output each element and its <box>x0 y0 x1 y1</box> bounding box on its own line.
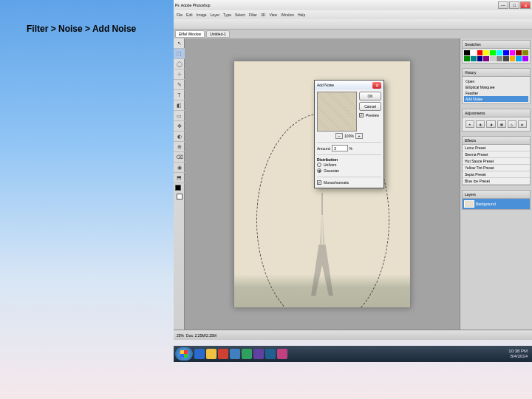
history-item[interactable]: Add Noise <box>464 96 528 102</box>
menu-filter[interactable]: Filter <box>249 13 257 17</box>
adjustment-icon[interactable]: ▦ <box>497 120 506 128</box>
swatch[interactable] <box>477 50 483 55</box>
shape-tool[interactable]: ▭ <box>174 111 185 121</box>
zoom-in-button[interactable]: + <box>355 133 363 139</box>
swatch[interactable] <box>510 50 516 55</box>
taskbar-icon[interactable] <box>253 349 264 359</box>
adjustments-panel-header[interactable]: Adjustments <box>462 109 531 117</box>
photoshop-window: Ps Adobe Photoshop — □ ✕ File Edit Image… <box>174 0 532 340</box>
gradient-tool[interactable]: ◉ <box>174 163 185 173</box>
maximize-button[interactable]: □ <box>509 1 519 9</box>
crop-tool[interactable]: ✎ <box>174 80 185 90</box>
uniform-radio[interactable]: Uniform <box>317 162 381 168</box>
effect-preset[interactable]: Lomo Preset <box>463 145 530 151</box>
swatches-panel-header[interactable]: Swatches <box>462 40 531 49</box>
swatch[interactable] <box>503 56 509 61</box>
layer-background[interactable]: Background <box>463 199 530 209</box>
swatch[interactable] <box>471 50 477 55</box>
system-clock[interactable]: 10:38 PM8/4/2014 <box>508 349 531 359</box>
monochromatic-checkbox[interactable]: ✓Monochromatic <box>317 180 381 185</box>
effects-panel-header[interactable]: Effects <box>462 136 531 145</box>
taskbar-icon[interactable] <box>265 349 276 359</box>
taskbar-icon[interactable] <box>277 349 287 359</box>
menu-select[interactable]: Select <box>235 13 245 17</box>
background-color[interactable] <box>177 194 183 200</box>
eyedropper-tool[interactable]: ⊕ <box>174 142 185 152</box>
effect-preset[interactable]: Hot Sauce Preset <box>463 158 530 165</box>
menu-layer[interactable]: Layer <box>211 13 220 17</box>
swatch[interactable] <box>477 56 483 61</box>
swatch[interactable] <box>510 56 516 61</box>
preview-checkbox[interactable]: ✓Preview <box>359 112 381 118</box>
taskbar-icon[interactable] <box>206 349 216 359</box>
start-button[interactable] <box>175 347 193 361</box>
clone-tool[interactable]: ✥ <box>174 121 185 132</box>
history-item[interactable]: Feather <box>464 90 528 96</box>
gaussian-radio[interactable]: Gaussian <box>317 168 381 174</box>
swatch[interactable] <box>497 50 502 55</box>
foreground-color[interactable] <box>175 185 181 191</box>
swatch[interactable] <box>483 56 489 61</box>
brush-tool[interactable]: ◧ <box>174 100 185 111</box>
effect-preset[interactable]: Sienna Preset <box>463 151 530 158</box>
amount-label: Amount: <box>317 146 331 151</box>
color-swatches[interactable] <box>175 185 183 200</box>
tab-document-1[interactable]: Eiffel Window <box>175 30 205 38</box>
menu-3d[interactable]: 3D <box>261 13 265 17</box>
adjustment-icon[interactable]: △ <box>508 120 516 128</box>
menu-help[interactable]: Help <box>298 13 305 17</box>
wand-tool[interactable]: ⊹ <box>174 69 185 80</box>
amount-input[interactable] <box>332 145 348 151</box>
minimize-button[interactable]: — <box>498 1 508 9</box>
type-tool[interactable]: T <box>174 90 185 100</box>
menu-file[interactable]: File <box>177 13 183 17</box>
swatch[interactable] <box>471 56 477 61</box>
swatch[interactable] <box>483 50 489 55</box>
panels: Swatches History OpenElliptical MarqueeF… <box>460 38 532 330</box>
dialog-close-button[interactable]: ✕ <box>372 82 381 89</box>
tab-document-2[interactable]: Untitled-1 <box>206 30 229 38</box>
swatch[interactable] <box>522 50 528 55</box>
menu-edit[interactable]: Edit <box>186 13 193 17</box>
swatch[interactable] <box>516 56 522 61</box>
effect-preset[interactable]: Sepia Preset <box>463 171 530 178</box>
eraser-tool[interactable]: ⌫ <box>174 152 185 163</box>
swatch[interactable] <box>490 50 496 55</box>
menu-view[interactable]: View <box>269 13 277 17</box>
swatch[interactable] <box>464 50 470 55</box>
layers-panel-header[interactable]: Layers <box>462 190 531 199</box>
marquee-tool[interactable]: ⬚ <box>174 49 185 59</box>
history-panel-header[interactable]: History <box>462 68 531 77</box>
effect-preset[interactable]: Blue Ice Preset <box>463 178 530 185</box>
taskbar-icon[interactable] <box>194 349 205 359</box>
swatch[interactable] <box>497 56 502 61</box>
swatch[interactable] <box>464 56 470 61</box>
swatch[interactable] <box>490 56 496 61</box>
menu-image[interactable]: Image <box>197 13 207 17</box>
menu-window[interactable]: Window <box>281 13 294 17</box>
menu-type[interactable]: Type <box>223 13 231 17</box>
move-tool[interactable]: ↖ <box>174 38 185 49</box>
dodge-tool[interactable]: ◐ <box>174 132 185 142</box>
swatch[interactable] <box>503 50 509 55</box>
cancel-button[interactable]: Cancel <box>359 102 381 111</box>
zoom-out-button[interactable]: − <box>335 133 343 139</box>
close-button[interactable]: ✕ <box>520 1 531 9</box>
adjustment-icon[interactable]: ◑ <box>486 120 495 128</box>
lasso-tool[interactable]: ◯ <box>174 59 185 69</box>
taskbar-icon[interactable] <box>242 349 252 359</box>
adjustment-icon[interactable]: ☀ <box>466 120 474 128</box>
effect-preset[interactable]: Yellow Tint Preset <box>463 165 530 171</box>
history-item[interactable]: Open <box>464 78 528 84</box>
taskbar-icon[interactable] <box>230 349 240 359</box>
swatch[interactable] <box>516 50 522 55</box>
hand-tool[interactable]: ⬒ <box>174 173 185 183</box>
status-doc: Doc: 2.25M/2.25M <box>186 333 216 338</box>
adjustment-icon[interactable]: ◈ <box>518 120 527 128</box>
adjustment-icon[interactable]: ◐ <box>476 120 485 128</box>
history-item[interactable]: Elliptical Marquee <box>464 84 528 90</box>
ok-button[interactable]: OK <box>359 92 381 100</box>
taskbar-icon[interactable] <box>218 349 228 359</box>
swatch[interactable] <box>522 56 528 61</box>
windows-taskbar: 10:38 PM8/4/2014 <box>174 346 532 362</box>
